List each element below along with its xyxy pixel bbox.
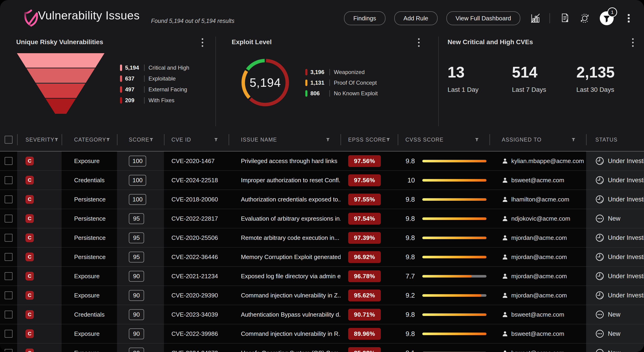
issue-name-text: Command injection vulnerability in Z... <box>241 292 340 299</box>
legend-value: 497 <box>125 86 144 93</box>
cell-assigned-to: bsweet@acme.com <box>490 324 586 343</box>
column-header-assigned[interactable]: ASSIGNED TO <box>490 128 586 151</box>
table-row[interactable]: CExposure100CVE-2020-1467Privileged acce… <box>0 152 644 171</box>
cell-cve-id: CVE-2020-25506 <box>164 228 229 247</box>
status-new-icon <box>595 214 604 223</box>
column-label: CVE ID <box>172 137 191 143</box>
category-text: Persistence <box>74 196 106 203</box>
select-all-checkbox[interactable] <box>5 136 12 144</box>
cve-id-text: CVE-2020-25506 <box>172 234 218 241</box>
person-icon <box>502 273 508 279</box>
toolbar-icons: 1 <box>529 11 635 26</box>
category-text: Exposure <box>74 273 100 280</box>
row-checkbox[interactable] <box>5 234 12 242</box>
table-row[interactable]: CCredentials100CVE-2024-22518Improper au… <box>0 171 644 190</box>
exploit-legend-marker <box>305 90 308 97</box>
table-row[interactable]: CExposure90CVE-2024-34073Unsafe Operatin… <box>0 344 644 352</box>
score-box: 95 <box>129 213 144 224</box>
funnel-legend: 5,194Critical and High637Exploitable497E… <box>120 62 189 106</box>
unique-risky-kebab-icon[interactable] <box>197 36 208 49</box>
column-header-issue[interactable]: ISSUE NAME <box>229 128 340 151</box>
epss-score-badge: 97.56% <box>348 155 381 167</box>
table-row[interactable]: CPersistence95CVE-2020-25506Remote arbit… <box>0 228 644 247</box>
table-row[interactable]: CExposure90CVE-2021-21234Exposed log fil… <box>0 267 644 286</box>
filter-icon[interactable] <box>150 138 153 142</box>
toolbar-button-findings[interactable]: Findings <box>344 11 385 25</box>
status-text: Under Investigation <box>608 158 644 165</box>
column-header-select[interactable] <box>0 128 17 151</box>
cell-select <box>0 247 17 266</box>
row-checkbox[interactable] <box>5 272 12 280</box>
column-header-score[interactable]: SCORE <box>117 128 164 151</box>
auto-refresh-icon[interactable] <box>579 12 591 24</box>
column-header-cvss[interactable]: CVSS SCORE <box>398 128 490 151</box>
chart-toggle-icon[interactable] <box>529 12 541 24</box>
filter-icon[interactable] <box>106 138 110 142</box>
issue-name-text: Command injection vulnerability in R... <box>241 330 340 338</box>
filter-icon[interactable] <box>572 138 576 142</box>
issues-table: SEVERITYCATEGORYSCORECVE IDISSUE NAMEEPS… <box>0 128 644 352</box>
epss-score-badge: 90.71% <box>348 309 381 321</box>
cve-id-text: CVE-2023-34039 <box>172 311 218 318</box>
cell-assigned-to: mjordan@acme.com <box>490 267 586 286</box>
cell-epss-score: 95.62% <box>340 286 398 305</box>
category-text: Exposure <box>74 330 100 338</box>
row-checkbox[interactable] <box>5 291 12 299</box>
toolbar-button-add-rule[interactable]: Add Rule <box>394 11 438 25</box>
legend-item-funnel-1: 637Exploitable <box>120 73 189 84</box>
table-row[interactable]: CCredentials90CVE-2023-34039Authenticati… <box>0 305 644 324</box>
column-header-status[interactable]: STATUS <box>586 128 644 151</box>
table-row[interactable]: CPersistence100CVE-2018-20060Authorizati… <box>0 190 644 209</box>
stat-item-1: 514Last 7 Days <box>512 64 576 93</box>
filter-icon[interactable] <box>386 138 390 142</box>
row-checkbox[interactable] <box>5 176 12 184</box>
row-checkbox[interactable] <box>5 253 12 261</box>
cell-select <box>0 267 17 286</box>
kebab-menu-icon[interactable] <box>623 12 635 24</box>
filter-icon[interactable] <box>326 138 330 142</box>
cell-score: 90 <box>117 267 164 286</box>
cell-select <box>0 228 17 247</box>
column-header-cve[interactable]: CVE ID <box>164 128 229 151</box>
table-row[interactable]: CPersistence95CVE-2022-22817Evaluation o… <box>0 209 644 228</box>
cell-epss-score: 97.56% <box>340 171 398 190</box>
filter-icon[interactable] <box>214 138 218 142</box>
row-checkbox[interactable] <box>5 311 12 319</box>
cvss-value: 9.8 <box>398 234 415 242</box>
filter-avatar-icon[interactable]: 1 <box>599 11 614 26</box>
cve-id-text: CVE-2020-29390 <box>172 292 218 299</box>
table-row[interactable]: CPersistence95CVE-2022-36446Memory Corru… <box>0 247 644 267</box>
new-cves-kebab-icon[interactable] <box>628 36 638 49</box>
cell-category: Exposure <box>62 286 117 305</box>
cve-id-text: CVE-2021-21234 <box>172 273 218 280</box>
row-checkbox[interactable] <box>5 195 12 203</box>
column-header-category[interactable]: CATEGORY <box>62 128 117 151</box>
row-checkbox[interactable] <box>5 215 12 222</box>
cell-cvss-score: 9.8 <box>398 209 490 228</box>
toolbar-button-view-full-dashboard[interactable]: View Full Dashboard <box>446 11 520 25</box>
table-row[interactable]: CExposure90CVE-2022-39986Command injecti… <box>0 324 644 344</box>
legend-label: External Facing <box>148 86 187 93</box>
export-report-icon[interactable] <box>558 12 570 24</box>
column-header-epss[interactable]: EPSS SCORE <box>340 128 398 151</box>
filter-icon[interactable] <box>475 138 479 142</box>
cell-severity: C <box>17 324 62 343</box>
status-text: New <box>608 215 620 222</box>
row-checkbox[interactable] <box>5 157 12 165</box>
row-checkbox[interactable] <box>5 330 12 338</box>
table-row[interactable]: CExposure90CVE-2020-29390Command injecti… <box>0 286 644 305</box>
row-checkbox[interactable] <box>5 349 12 352</box>
cell-severity: C <box>17 247 62 266</box>
cell-cvss-score: 9.8 <box>398 247 490 266</box>
stat-item-0: 13Last 1 Day <box>448 64 512 93</box>
funnel-legend-marker <box>120 86 122 93</box>
cvss-bar <box>422 160 486 162</box>
legend-label: No Known Exploit <box>334 90 378 97</box>
column-label: CATEGORY <box>74 137 106 143</box>
severity-badge: C <box>26 233 34 242</box>
status-text: Under Investigation <box>608 292 644 299</box>
cell-select <box>0 324 17 343</box>
exploit-level-kebab-icon[interactable] <box>414 36 424 49</box>
column-header-severity[interactable]: SEVERITY <box>17 128 62 151</box>
filter-icon[interactable] <box>54 138 58 142</box>
